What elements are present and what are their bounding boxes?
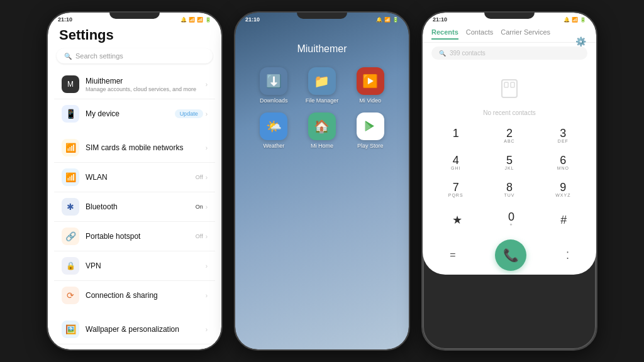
wlan-status: Off — [196, 174, 203, 180]
dial-7[interactable]: 7 PQRS — [429, 177, 482, 204]
no-recents-icon — [497, 76, 522, 107]
hotspot-chevron: › — [206, 233, 208, 240]
dial-1[interactable]: 1 — [429, 123, 482, 150]
playstore-icon — [357, 112, 384, 140]
vpn-label: VPN — [86, 261, 206, 270]
phone-home: 21:10 🔔 📶 🔋 Miuithemer ⬇️ Downloads 📁 Fi… — [234, 11, 410, 351]
weather-label: Weather — [263, 143, 284, 149]
app-grid: ⬇️ Downloads 📁 File Manager ▶️ Mi Video … — [235, 67, 409, 149]
wlan-chevron: › — [206, 174, 208, 181]
wlan-right: Off › — [196, 174, 208, 181]
battery2-icon: 🔋 — [392, 17, 399, 23]
phone-settings: 21:10 🔔 📶 📶 🔋 Settings 🔍 Search settings… — [47, 11, 223, 351]
call-icon: 📞 — [503, 248, 519, 263]
wallpaper-chevron: › — [206, 326, 208, 333]
connection-item[interactable]: ⟳ Connection & sharing › — [54, 281, 215, 310]
downloads-icon: ⬇️ — [260, 67, 287, 95]
device-right: Update › — [175, 109, 208, 118]
mihome-icon: 🏠 — [308, 112, 336, 140]
wlan-item[interactable]: 📶 WLAN Off › — [54, 163, 215, 192]
bluetooth-right: On › — [196, 204, 208, 211]
dial-3[interactable]: 3 DEF — [536, 123, 590, 150]
wallpaper-icon: 🖼️ — [62, 321, 79, 338]
time-3: 21:10 — [433, 16, 447, 23]
settings-title: Settings — [48, 25, 221, 48]
home-screen: 21:10 🔔 📶 🔋 Miuithemer ⬇️ Downloads 📁 Fi… — [235, 13, 409, 349]
notif2-icon: 🔔 — [376, 17, 382, 23]
vpn-chevron: › — [206, 263, 208, 270]
time-1: 21:10 — [58, 16, 72, 23]
dial-dotdot[interactable]: ⁚ — [564, 244, 572, 266]
dial-star[interactable]: ★ — [450, 209, 465, 231]
wlan-icon: 📶 — [62, 168, 79, 186]
dial-6[interactable]: 6 MNO — [536, 150, 590, 177]
profile-text: Miuithemer Manage accounts, cloud servic… — [86, 77, 206, 92]
bluetooth-icon: ✱ — [62, 198, 79, 216]
dialer-tab-bar: Recents Contacts Carrier Services — [423, 25, 596, 43]
bluetooth-item[interactable]: ✱ Bluetooth On › — [54, 192, 215, 222]
search-placeholder: Search settings — [75, 52, 123, 60]
settings-search[interactable]: 🔍 Search settings — [57, 48, 213, 63]
dial-4[interactable]: 4 GHI — [429, 150, 482, 177]
appearance-section: 🖼️ Wallpaper & personalization › 🔆 Alway… — [54, 315, 215, 349]
wallpaper-item[interactable]: 🖼️ Wallpaper & personalization › — [54, 315, 215, 344]
filemanager-icon: 📁 — [308, 67, 336, 95]
tab-carrier[interactable]: Carrier Services — [501, 28, 550, 40]
battery3-icon: 🔋 — [580, 17, 586, 23]
search-icon: 🔍 — [64, 53, 72, 60]
home-username: Miuithemer — [235, 25, 409, 67]
network-section: 📶 SIM cards & mobile networks › 📶 WLAN O… — [54, 133, 215, 310]
playstore-label: Play Store — [357, 143, 384, 149]
dial-9[interactable]: 9 WXYZ — [536, 177, 590, 204]
connection-text: Connection & sharing — [86, 291, 206, 300]
signal4-icon: 📶 — [572, 17, 578, 23]
filemanager-label: File Manager — [306, 97, 339, 104]
profile-icon: M — [62, 75, 79, 93]
call-button[interactable]: 📞 — [495, 239, 526, 271]
no-recents-area: No recent contacts — [423, 63, 596, 123]
dial-0[interactable]: 0 + — [506, 206, 517, 233]
chevron-icon: › — [206, 81, 208, 88]
app-weather[interactable]: 🌤️ Weather — [254, 112, 294, 149]
settings-screen: 21:10 🔔 📶 📶 🔋 Settings 🔍 Search settings… — [48, 13, 221, 349]
wallpaper-text: Wallpaper & personalization — [86, 325, 206, 334]
app-mivideo[interactable]: ▶️ Mi Video — [350, 67, 390, 104]
dial-8[interactable]: 8 TUV — [482, 177, 536, 204]
dial-2[interactable]: 2 ABC — [482, 123, 536, 150]
bluetooth-label: Bluetooth — [86, 202, 196, 211]
dial-equals[interactable]: = — [447, 244, 458, 266]
time-2: 21:10 — [245, 16, 260, 23]
hotspot-text: Portable hotspot — [86, 232, 196, 241]
dial-hash[interactable]: # — [558, 209, 569, 231]
profile-item[interactable]: M Miuithemer Manage accounts, cloud serv… — [54, 70, 215, 99]
app-filemanager[interactable]: 📁 File Manager — [303, 67, 342, 104]
app-downloads[interactable]: ⬇️ Downloads — [254, 67, 294, 104]
tab-recents[interactable]: Recents — [431, 28, 458, 40]
aod-item[interactable]: 🔆 Always-on display & Lock › — [54, 344, 215, 349]
dial-5[interactable]: 5 JKL — [482, 150, 536, 177]
hotspot-status: Off — [196, 233, 203, 239]
profile-section: M Miuithemer Manage accounts, cloud serv… — [54, 70, 215, 128]
hotspot-item[interactable]: 🔗 Portable hotspot Off › — [54, 222, 215, 251]
bluetooth-status: On — [196, 204, 203, 210]
contacts-count: 399 contacts — [450, 50, 486, 57]
wallpaper-label: Wallpaper & personalization — [86, 325, 206, 334]
gear-icon[interactable]: ⚙️ — [575, 36, 586, 47]
dial-bottom-row: ★ 0 + # — [423, 204, 596, 238]
dialer-screen: 21:10 🔔 📶 🔋 ⚙️ Recents Contacts Carrier … — [423, 13, 596, 275]
wlan-label: WLAN — [86, 173, 196, 182]
status-bar-2: 21:10 🔔 📶 🔋 — [235, 13, 409, 25]
device-item[interactable]: 📱 My device Update › — [54, 99, 215, 128]
mivideo-icon: ▶️ — [357, 67, 384, 95]
connection-icon: ⟳ — [62, 287, 79, 304]
dialpad: 1 2 ABC 3 DEF 4 GHI 5 JKL 6 MNO — [423, 123, 596, 204]
downloads-label: Downloads — [260, 97, 288, 104]
tab-contacts[interactable]: Contacts — [466, 28, 493, 40]
mihome-label: Mi Home — [311, 143, 333, 149]
profile-name: Miuithemer — [86, 77, 206, 85]
sim-item[interactable]: 📶 SIM cards & mobile networks › — [54, 133, 215, 163]
app-playstore[interactable]: Play Store — [350, 112, 390, 149]
contacts-search[interactable]: 🔍 399 contacts — [431, 47, 587, 60]
app-mihome[interactable]: 🏠 Mi Home — [303, 112, 342, 149]
vpn-item[interactable]: 🔒 VPN › — [54, 251, 215, 281]
